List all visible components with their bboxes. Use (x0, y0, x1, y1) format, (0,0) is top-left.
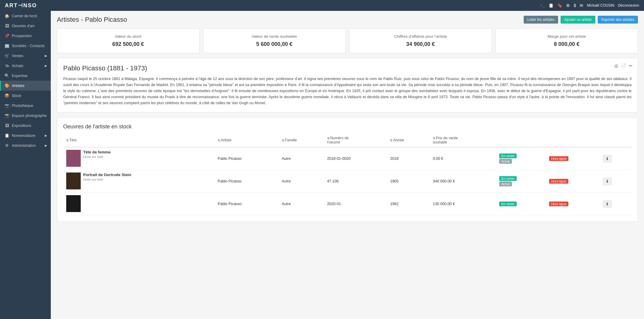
artwork-title-1: Portrait de Gertrude Stein (83, 172, 131, 177)
edit-icon[interactable]: ✏ (629, 63, 633, 69)
download-button-2[interactable]: ⬇ (603, 200, 612, 208)
sidebar-item-expositions[interactable]: 🖼 Expositions (0, 121, 51, 130)
stat-label-2: Chiffres d'affaires pour l'artiste (354, 34, 487, 39)
sidebar-icon-13: ⚙ (5, 143, 9, 148)
sidebar-item-achats[interactable]: 🛍 Achats ▶ (0, 61, 51, 71)
col-status1 (496, 134, 546, 147)
cell-title-2 (63, 193, 215, 215)
col-prix[interactable]: ⇅Prix de ventesouhaité (430, 134, 496, 147)
sidebar-item-oeuvres-dart[interactable]: 🖼 Oeuvres d'art (0, 21, 51, 31)
col-actions (600, 134, 632, 147)
cell-status-2: Hors ligne (546, 193, 600, 215)
cell-action-0[interactable]: ⬇ (600, 147, 632, 170)
sidebar-icon-10: 📸 (5, 113, 9, 118)
sidebar-icon-1: 🖼 (5, 24, 9, 28)
artworks-section: Oeuvres de l'artiste en stock ⇅Titre ⇅Ar… (57, 117, 638, 222)
cell-numero-1: 47.106 (324, 170, 387, 193)
cell-numero-2: 2020-01- (324, 193, 387, 215)
hors-ligne-badge-2: Hors ligne (549, 201, 568, 206)
topbar: ART⊣NSO 📞 📋 🔖 ⚙ $ ✉ Mickaël COUSIN Décon… (0, 0, 644, 11)
sidebar-label-11: Expositions (12, 124, 31, 128)
sidebar-label-7: Artistes (12, 84, 24, 88)
sidebar-item-espace-photographe[interactable]: 📸 Espace photographe (0, 111, 51, 121)
sidebar-label-13: Administration (12, 143, 36, 148)
logout-link[interactable]: Déconnexion (618, 3, 639, 8)
artwork-info-0: Tête de femme Huile sur toile (83, 150, 111, 159)
cell-prix-1: 340 000,00 € (430, 170, 496, 193)
sidebar-item-prospection[interactable]: 📌 Prospection (0, 31, 51, 41)
artwork-thumb-2 (66, 195, 81, 212)
sidebar-item-administration[interactable]: ⚙ Administration ▶ (0, 140, 51, 150)
badge-en-vente: En vente (499, 153, 516, 158)
sidebar-icon-3: 🏢 (5, 44, 9, 48)
calendar-icon[interactable]: 📋 (548, 3, 554, 8)
add-artist-button[interactable]: Ajouter un artiste (561, 16, 595, 24)
sidebar-item-ventes[interactable]: 🛒 Ventes ▶ (0, 51, 51, 61)
header-buttons: Lister les artistes Ajouter un artiste I… (524, 16, 638, 24)
download-button-1[interactable]: ⬇ (603, 178, 612, 185)
settings-icon[interactable]: ⚙ (566, 3, 570, 8)
artwork-thumb-0 (66, 150, 81, 167)
sidebar-item-socits---contacts[interactable]: 🏢 Sociétés - Contacts (0, 41, 51, 51)
arrow-icon: ▶ (45, 64, 47, 67)
sidebar-item-nomenclature[interactable]: 📋 Nomenclature ▶ (0, 130, 51, 140)
sidebar-item-artistes[interactable]: 🎨 Artistes (0, 81, 51, 91)
col-artiste[interactable]: ⇅Artiste (215, 134, 279, 147)
sidebar-icon-8: 📦 (5, 93, 9, 98)
sidebar-label-3: Sociétés - Contacts (12, 44, 44, 48)
dollar-icon[interactable]: $ (574, 3, 576, 8)
print-icon[interactable]: 🖨 (614, 63, 618, 69)
stat-value-3: 8 000,00 € (501, 41, 633, 47)
hors-ligne-badge-1: Hors ligne (549, 179, 568, 184)
col-numero[interactable]: ⇅Numéro del'oeuvre (324, 134, 387, 147)
sidebar-label-6: Expertise (12, 74, 28, 78)
sidebar-label-10: Espace photographe (12, 114, 47, 118)
stats-row: Valeur du stock 692 500,00 €Valeur de ve… (57, 28, 638, 53)
col-annee[interactable]: ⇅Année (387, 134, 430, 147)
sidebar-item-photothque[interactable]: 📷 Photothèque (0, 101, 51, 111)
badge-en-vente: En vente (499, 201, 516, 206)
cell-badges-1: En venteAchat (496, 170, 546, 193)
badge-achat: Achat (499, 182, 512, 186)
download-button-0[interactable]: ⬇ (603, 155, 612, 163)
stat-label-1: Valeur de vente souhaitée (208, 34, 341, 39)
sidebar-icon-11: 🖼 (5, 123, 9, 128)
cell-status-0: Hors ligne (546, 147, 600, 170)
cell-status-1: Hors ligne (546, 170, 600, 193)
mail-icon[interactable]: ✉ (580, 3, 583, 8)
bookmark-icon[interactable]: 🔖 (557, 3, 562, 8)
artwork-thumb-1 (66, 172, 81, 189)
cell-title-1: Portrait de Gertrude Stein Huile sur toi… (63, 170, 215, 193)
cell-title-0: Tête de femme Huile sur toile (63, 147, 215, 170)
cell-prix-0: 0,00 € (430, 147, 496, 170)
table-row: Portrait de Gertrude Stein Huile sur toi… (63, 170, 632, 193)
col-status2 (546, 134, 600, 147)
cell-prix-2: 130 000,00 € (430, 193, 496, 215)
col-titre[interactable]: ⇅Titre (63, 134, 215, 147)
sidebar-icon-9: 📷 (5, 103, 9, 108)
cell-artist-0: Pablo Picasso (215, 147, 279, 170)
sidebar-icon-2: 📌 (5, 34, 9, 38)
sidebar-item-expertise[interactable]: 🔍 Expertise (0, 71, 51, 81)
sidebar-item-stock[interactable]: 📦 Stock (0, 91, 51, 101)
user-name: Mickaël COUSIN (587, 3, 614, 8)
list-artists-button[interactable]: Lister les artistes (524, 16, 558, 24)
artwork-title-0: Tête de femme (83, 150, 111, 154)
sidebar-label-12: Nomenclature (12, 134, 35, 138)
cell-action-2[interactable]: ⬇ (600, 193, 632, 215)
artworks-tbody: Tête de femme Huile sur toile Pablo Pica… (63, 147, 632, 215)
cell-action-1[interactable]: ⬇ (600, 170, 632, 193)
stat-card-2: Chiffres d'affaires pour l'artiste 34 90… (349, 28, 492, 53)
sidebar-icon-7: 🎨 (5, 83, 9, 88)
artist-info-section: 🖨 📄 ✏ Pablo Picasso (1881 - 1973) Picass… (57, 58, 638, 112)
table-header: ⇅Titre ⇅Artiste ⇅Famille ⇅Numéro del'oeu… (63, 134, 632, 147)
phone-icon[interactable]: 📞 (540, 3, 545, 8)
artwork-subtitle-0: Huile sur toile (83, 155, 111, 159)
import-artists-button[interactable]: Importer des artistes (598, 16, 638, 24)
pdf-icon[interactable]: 📄 (621, 63, 626, 69)
sidebar-item-carnet-de-bord[interactable]: 🏠 Carnet de bord (0, 11, 51, 21)
main-content: Artistes - Pablo Picasso Lister les arti… (51, 11, 644, 319)
cell-artist-2: Pablo Picasso (215, 193, 279, 215)
col-famille[interactable]: ⇅Famille (279, 134, 324, 147)
sidebar-label-9: Photothèque (12, 104, 33, 108)
